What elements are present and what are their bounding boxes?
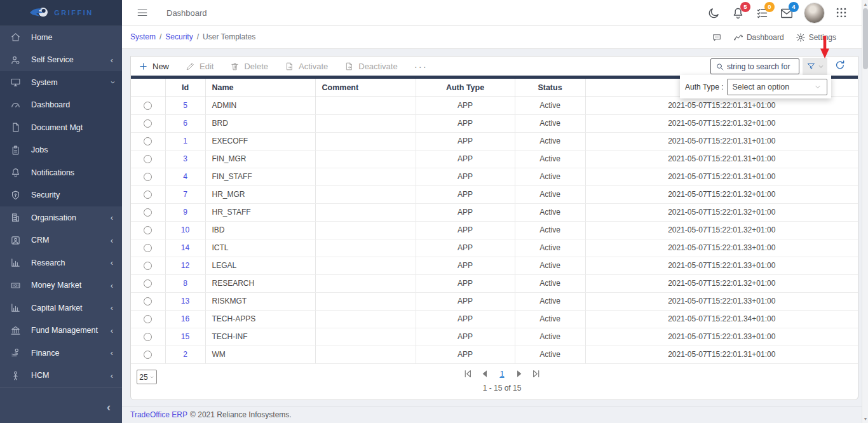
chevron-down-icon: ‹ [107,81,116,84]
sidebar-item-dashboard[interactable]: Dashboard [0,94,122,117]
row-date: 2021-05-07T15:22:01.32+01:00 [585,274,858,292]
sidebar-item-money-market[interactable]: Money Market‹ [0,274,122,297]
sidebar-item-crm[interactable]: CRM‹ [0,229,122,252]
row-select-radio[interactable] [144,226,152,234]
dark-mode-moon-icon[interactable] [707,6,721,20]
sidebar: GRIFFIN HomeSelf Service‹System‹Dashboar… [0,0,122,423]
breadcrumb: System / Security / User Templates [130,32,255,41]
user-avatar[interactable] [804,3,825,24]
row-id-link[interactable]: 13 [181,297,189,306]
row-id-link[interactable]: 14 [181,243,189,252]
row-id-link[interactable]: 12 [181,261,189,270]
sidebar-item-notifications[interactable]: Notifications [0,161,122,184]
row-comment [315,274,416,292]
breadcrumb-link-system[interactable]: System [130,32,156,41]
row-select-radio[interactable] [144,351,152,359]
next-page-button[interactable] [513,368,524,379]
row-select-radio[interactable] [144,119,152,128]
sidebar-item-capital-market[interactable]: Capital Market‹ [0,297,122,319]
sidebar-item-hcm[interactable]: HCM‹ [0,365,122,387]
crm-icon [10,235,21,246]
doc-icon [10,122,21,133]
row-id-link[interactable]: 1 [183,137,187,145]
sidebar-item-system[interactable]: System‹ [0,71,122,94]
sidebar-item-self-service[interactable]: Self Service‹ [0,49,122,72]
row-auth-type: APP [416,310,515,328]
row-select-radio[interactable] [144,173,152,181]
page-1-link[interactable]: 1 [497,369,506,379]
row-select-radio[interactable] [144,315,152,323]
row-comment [315,132,416,150]
auth-type-filter-select[interactable]: Select an option [727,79,828,95]
pagination: 25 1 1 - 15 of 15 [131,362,858,399]
row-id-link[interactable]: 7 [183,190,187,199]
sidebar-item-research[interactable]: Research‹ [0,252,122,274]
trash-icon [230,62,240,71]
row-id-link[interactable]: 3 [183,154,187,163]
first-page-button[interactable] [463,368,473,379]
feedback-chat-icon[interactable] [712,32,722,43]
last-page-button[interactable] [531,368,541,379]
sidebar-item-organisation[interactable]: Organisation‹ [0,206,122,229]
footer-link[interactable]: TradeOffice ERP [130,410,187,419]
row-name: FIN_STAFF [205,168,315,185]
activate-button[interactable]: Activate [285,62,328,71]
row-id-link[interactable]: 4 [183,172,187,181]
more-commands-button[interactable]: ··· [414,61,428,72]
apps-grid-icon[interactable] [835,6,849,20]
notifications-bell-icon[interactable]: 5 [731,6,745,20]
row-id-link[interactable]: 9 [183,208,187,217]
table-row: 12LEGALAPPActive2021-05-07T15:22:01.33+0… [131,257,858,274]
chevron-left-icon: ‹ [111,281,113,290]
edit-button[interactable]: Edit [186,62,214,71]
sidebar-item-security[interactable]: Security [0,184,122,207]
row-id-link[interactable]: 5 [183,101,187,110]
row-select-radio[interactable] [144,297,152,306]
hamburger-menu-icon[interactable] [136,7,149,18]
row-id-link[interactable]: 16 [181,314,189,323]
row-auth-type: APP [416,221,515,239]
scroll-up-icon[interactable]: ▲ [862,2,868,6]
filter-button[interactable] [803,58,827,75]
top-bar: Dashboard 5 0 4 [122,0,862,26]
tasks-list-icon[interactable]: 0 [756,6,770,20]
row-select-radio[interactable] [144,102,152,110]
refresh-button[interactable] [834,59,846,72]
row-select-radio[interactable] [144,155,152,163]
breadcrumb-link-security[interactable]: Security [165,32,193,41]
settings-action[interactable]: Settings [796,32,836,43]
vertical-scrollbar[interactable]: ▲ ▼ [862,0,868,423]
dashboard-action[interactable]: Dashboard [733,32,784,43]
row-id-link[interactable]: 15 [181,332,189,341]
delete-button[interactable]: Delete [230,62,268,71]
row-select-radio[interactable] [144,208,152,217]
deactivate-button[interactable]: Deactivate [344,62,397,71]
row-select-radio[interactable] [144,244,152,252]
table-row: 1EXECOFFAPPActive2021-05-07T15:22:01.31+… [131,132,858,150]
sidebar-item-document-mgt[interactable]: Document Mgt [0,116,122,139]
sidebar-collapse-icon[interactable]: ‹ [107,401,111,414]
scroll-down-icon[interactable]: ▼ [862,417,868,421]
logo-bar[interactable]: GRIFFIN [0,0,122,26]
row-auth-type: APP [416,114,515,132]
table-row: 16TECH-APPSAPPActive2021-05-07T15:22:01.… [131,310,858,328]
scrollbar-thumb[interactable] [863,8,868,69]
row-select-radio[interactable] [144,262,152,270]
row-select-radio[interactable] [144,279,152,288]
row-id-link[interactable]: 10 [181,225,189,234]
search-input[interactable] [727,62,799,71]
new-button[interactable]: New [139,62,169,71]
messages-mail-icon[interactable]: 4 [780,6,794,20]
row-select-radio[interactable] [144,137,152,145]
row-id-link[interactable]: 8 [183,279,187,288]
sidebar-item-finance[interactable]: Finance‹ [0,342,122,365]
row-date: 2021-05-07T15:22:01.31+01:00 [585,132,858,150]
row-id-link[interactable]: 6 [183,119,187,128]
row-select-radio[interactable] [144,191,152,199]
previous-page-button[interactable] [480,368,491,379]
sidebar-item-home[interactable]: Home [0,26,122,49]
sidebar-item-jobs[interactable]: Jobs [0,139,122,162]
sidebar-item-fund-management[interactable]: Fund Management‹ [0,319,122,342]
row-id-link[interactable]: 2 [183,350,187,359]
row-select-radio[interactable] [144,333,152,341]
